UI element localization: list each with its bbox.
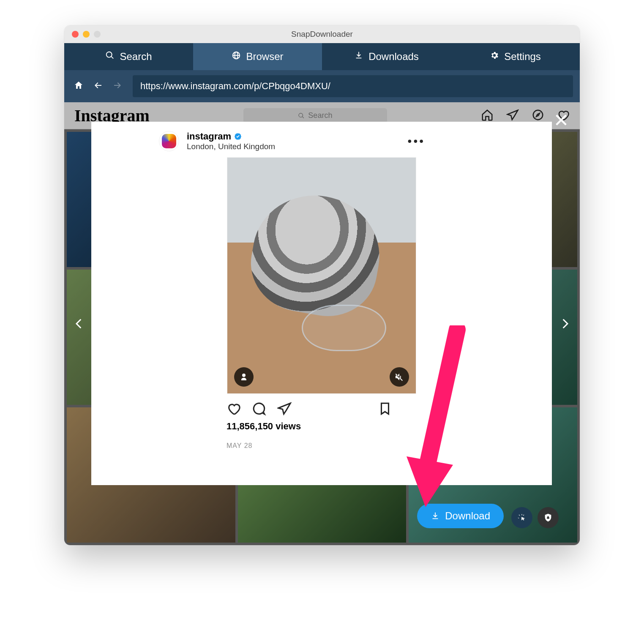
share-icon bbox=[277, 401, 292, 416]
shield-lock-icon bbox=[543, 513, 553, 522]
heart-icon bbox=[226, 401, 241, 416]
chevron-left-icon bbox=[71, 317, 86, 331]
back-button[interactable] bbox=[93, 80, 103, 92]
tab-browser[interactable]: Browser bbox=[193, 43, 322, 70]
download-button[interactable]: Download bbox=[417, 504, 504, 528]
search-icon bbox=[105, 51, 115, 63]
chevron-right-icon bbox=[558, 317, 573, 331]
comment-icon bbox=[252, 401, 266, 416]
bookmark-icon bbox=[378, 401, 392, 416]
author-avatar[interactable] bbox=[159, 131, 179, 151]
globe-icon bbox=[232, 51, 241, 63]
close-modal-button[interactable] bbox=[553, 112, 570, 128]
save-button[interactable] bbox=[378, 401, 392, 418]
gear-icon bbox=[490, 51, 499, 63]
media-photo bbox=[243, 186, 389, 324]
post-location[interactable]: London, United Kingdom bbox=[187, 142, 275, 151]
tab-search[interactable]: Search bbox=[64, 43, 193, 70]
app-window: SnapDownloader Search Browser Downloads … bbox=[64, 25, 580, 545]
vpn-button[interactable] bbox=[538, 507, 559, 528]
forward-button[interactable] bbox=[112, 80, 123, 92]
download-icon bbox=[354, 51, 363, 63]
tab-settings[interactable]: Settings bbox=[451, 43, 580, 70]
verified-badge-icon bbox=[234, 132, 242, 141]
tab-label: Search bbox=[120, 51, 152, 63]
tab-label: Downloads bbox=[368, 51, 419, 63]
cursor-click-icon bbox=[517, 513, 527, 522]
post-more-button[interactable]: ••• bbox=[408, 134, 425, 148]
mute-icon bbox=[394, 372, 404, 382]
url-bar[interactable]: https://www.instagram.com/p/CPbqgo4DMXU/ bbox=[133, 75, 573, 97]
home-button[interactable] bbox=[74, 80, 84, 92]
download-icon bbox=[431, 511, 440, 521]
browser-content: Instagram Search bbox=[64, 102, 580, 545]
like-button[interactable] bbox=[226, 401, 241, 418]
comment-button[interactable] bbox=[252, 401, 266, 418]
url-text: https://www.instagram.com/p/CPbqgo4DMXU/ bbox=[140, 81, 330, 92]
share-button[interactable] bbox=[277, 401, 292, 418]
author-username[interactable]: instagram bbox=[187, 131, 231, 142]
view-count: 11,856,150 views bbox=[226, 421, 301, 442]
tab-label: Browser bbox=[246, 51, 283, 63]
window-title: SnapDownloader bbox=[64, 30, 580, 39]
tab-label: Settings bbox=[504, 51, 541, 63]
main-tabs: Search Browser Downloads Settings bbox=[64, 43, 580, 70]
next-post-button[interactable] bbox=[557, 315, 574, 332]
close-icon bbox=[554, 113, 568, 127]
post-date: MAY 28 bbox=[226, 442, 252, 450]
browser-nav: https://www.instagram.com/p/CPbqgo4DMXU/ bbox=[64, 70, 580, 102]
titlebar: SnapDownloader bbox=[64, 25, 580, 43]
person-icon bbox=[239, 372, 249, 382]
post-media[interactable] bbox=[227, 157, 416, 394]
download-label: Download bbox=[445, 510, 490, 522]
zoom-window-button[interactable] bbox=[94, 31, 101, 38]
mute-button[interactable] bbox=[390, 367, 409, 387]
tab-downloads[interactable]: Downloads bbox=[322, 43, 451, 70]
close-window-button[interactable] bbox=[72, 31, 79, 38]
minimize-window-button[interactable] bbox=[83, 31, 90, 38]
tagged-people-button[interactable] bbox=[234, 367, 254, 387]
post-modal: instagram London, United Kingdom ••• bbox=[91, 122, 552, 485]
prev-post-button[interactable] bbox=[70, 315, 87, 332]
smart-mode-button[interactable] bbox=[511, 507, 532, 528]
